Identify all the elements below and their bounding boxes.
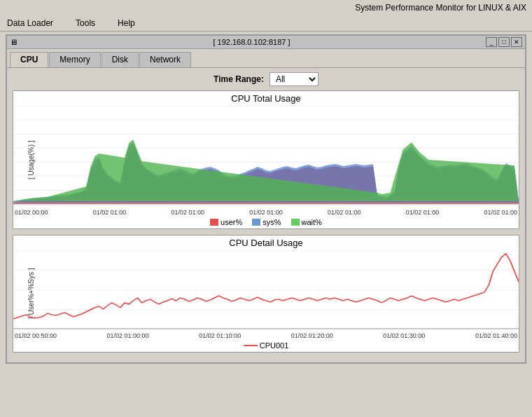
tab-cpu[interactable]: CPU: [10, 52, 48, 67]
main-window: 🖥 [ 192.168.0.102:8187 ] _ □ ✕ CPU Memor…: [6, 34, 526, 364]
detail-x-label-2: 01/02 01:10:00: [199, 332, 241, 339]
x-label-3: 01/02 01:00: [249, 209, 283, 216]
menu-help[interactable]: Help: [113, 17, 139, 29]
window-address: [ 192.168.0.102:8187 ]: [213, 38, 290, 46]
x-label-0: 01/02 00:00: [15, 209, 48, 216]
tabs: CPU Memory Disk Network: [7, 49, 525, 67]
x-label-5: 01/02 01:00: [406, 209, 440, 216]
x-label-6: 01/02 01:00: [484, 209, 517, 216]
tab-memory[interactable]: Memory: [49, 52, 100, 67]
detail-x-label-5: 01/02 01:40:00: [475, 332, 517, 339]
legend-sys-label: sys%: [262, 218, 281, 226]
cpu-total-legend: user% sys% wait%: [13, 216, 519, 228]
legend-user: user%: [210, 218, 242, 226]
menu-data-loader[interactable]: Data Loader: [3, 17, 57, 29]
detail-x-label-0: 01/02 00:50:00: [15, 332, 57, 339]
legend-wait-label: wait%: [302, 218, 322, 226]
time-range-row: Time Range: All 1h 6h 12h 24h: [13, 72, 519, 86]
content-area: Time Range: All 1h 6h 12h 24h CPU Total …: [7, 67, 525, 362]
legend-sys-color: [252, 219, 260, 226]
legend-wait-color: [291, 219, 300, 226]
app-title: System Performance Monitor for LINUX & A…: [355, 3, 526, 13]
x-label-4: 01/02 01:00: [328, 209, 361, 216]
legend-user-label: user%: [220, 218, 242, 226]
time-range-select[interactable]: All 1h 6h 12h 24h: [270, 72, 318, 86]
detail-x-label-1: 01/02 01:00:00: [107, 332, 149, 339]
menu-tools[interactable]: Tools: [71, 17, 99, 29]
window-title-bar: 🖥 [ 192.168.0.102:8187 ] _ □ ✕: [7, 36, 525, 49]
x-label-2: 01/02 01:00: [171, 209, 204, 216]
menu-bar: Data Loader Tools Help: [0, 15, 532, 32]
cpu-detail-title: CPU Detail Usage: [13, 235, 519, 250]
legend-wait: wait%: [291, 218, 322, 226]
tab-disk[interactable]: Disk: [102, 52, 139, 67]
detail-x-label-4: 01/02 01:30:00: [383, 332, 425, 339]
legend-cpu001-label: CPU001: [260, 341, 289, 350]
app-title-bar: System Performance Monitor for LINUX & A…: [0, 0, 532, 15]
maximize-button[interactable]: □: [498, 37, 510, 47]
time-range-label: Time Range:: [214, 74, 264, 84]
cpu-total-chart: CPU Total Usage [ Usage(%) ]: [13, 90, 519, 229]
detail-x-label-3: 01/02 01:20:00: [291, 332, 333, 339]
cpu-total-title: CPU Total Usage: [13, 91, 519, 106]
tab-network[interactable]: Network: [139, 52, 191, 67]
close-button[interactable]: ✕: [511, 37, 522, 47]
cpu-detail-legend: CPU001: [13, 339, 519, 352]
cpu-detail-chart: CPU Detail Usage [ User%+%Sys ] 40 30: [13, 235, 519, 353]
minimize-button[interactable]: _: [486, 37, 497, 47]
legend-cpu001-line-icon: [244, 342, 258, 349]
x-label-1: 01/02 01:00: [93, 209, 127, 216]
cpu-total-svg: 70 60 50 40 30 20 10 0: [13, 106, 519, 207]
legend-cpu001: CPU001: [244, 341, 289, 350]
legend-sys: sys%: [252, 218, 281, 226]
window-controls: _ □ ✕: [486, 37, 522, 47]
cpu-detail-svg: 40 30 20 10 0: [13, 250, 519, 331]
legend-user-color: [210, 219, 218, 226]
